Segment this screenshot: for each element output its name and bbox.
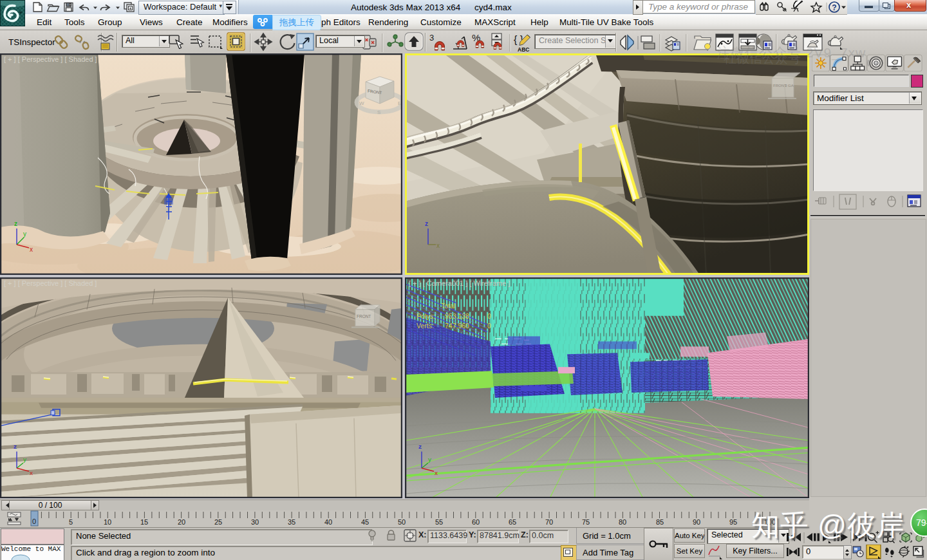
svg-text:0: 0 (32, 518, 36, 525)
svg-text:x: x (436, 242, 440, 249)
svg-text:E: E (398, 100, 401, 106)
svg-text:60: 60 (472, 518, 480, 526)
svg-text:y: y (428, 456, 431, 463)
svg-text:[ + ] [ Perspective ] [ Shaded: [ + ] [ Perspective ] [ Shaded ] (4, 279, 97, 287)
svg-text:y: y (23, 456, 26, 463)
svg-text:65: 65 (509, 518, 516, 526)
svg-text:0: 0 (487, 322, 491, 330)
svg-text:FRONT: FRONT (357, 314, 371, 319)
svg-text:95: 95 (729, 518, 737, 526)
svg-text:z: z (418, 443, 422, 450)
svg-text:0: 0 (487, 313, 491, 320)
svg-text:3 GA: 3 GA (785, 84, 794, 88)
svg-text:747,960: 747,960 (445, 322, 469, 330)
svg-text:55: 55 (435, 518, 443, 526)
svg-text:90: 90 (693, 518, 700, 526)
svg-text:z: z (14, 443, 17, 450)
svg-text:20: 20 (178, 518, 185, 526)
svg-text:5: 5 (69, 518, 73, 526)
svg-text:x: x (30, 469, 33, 476)
svg-text:x: x (30, 246, 33, 253)
svg-text:70: 70 (545, 518, 553, 526)
svg-text:45: 45 (361, 518, 369, 526)
svg-text:?: ? (832, 3, 836, 12)
svg-text:80: 80 (619, 518, 626, 526)
svg-text:30: 30 (251, 518, 259, 526)
svg-text:[ + ] [ Perspective ] [ Shaded: [ + ] [ Perspective ] [ Shaded ] (4, 55, 97, 63)
svg-text:75: 75 (582, 518, 590, 526)
svg-text:15: 15 (140, 518, 148, 526)
svg-text:953,138: 953,138 (445, 313, 469, 320)
svg-text:Polys:: Polys: (417, 313, 435, 320)
svg-text:10: 10 (104, 518, 111, 526)
svg-text:50: 50 (398, 518, 406, 526)
svg-text:[ + ] [ Camera001 ] [ Wirefram: [ + ] [ Camera001 ] [ Wireframe ] (409, 279, 510, 287)
svg-text:W: W (359, 100, 364, 106)
svg-text:3: 3 (429, 33, 434, 42)
svg-text:S: S (377, 109, 380, 115)
svg-text:85: 85 (656, 518, 664, 526)
svg-text:25: 25 (214, 518, 222, 526)
svg-text:Total: Total (441, 303, 455, 310)
svg-text:x: x (435, 469, 438, 476)
svg-text:y: y (23, 230, 26, 238)
svg-text:z: z (425, 220, 428, 227)
svg-text:z: z (14, 220, 17, 227)
svg-text:ABC: ABC (518, 46, 529, 53)
svg-text:40: 40 (324, 518, 332, 526)
svg-text:Verts:: Verts: (417, 322, 434, 330)
svg-text:35: 35 (288, 518, 295, 526)
